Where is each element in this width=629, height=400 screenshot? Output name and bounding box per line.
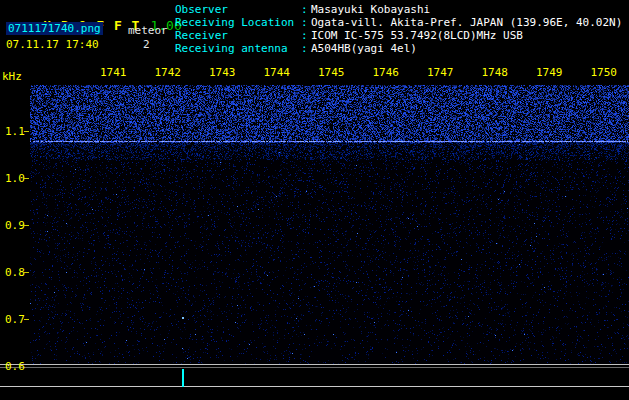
freq-tick-mark (24, 131, 29, 132)
meteor-level-spike (182, 369, 184, 387)
freq-tick-mark (24, 225, 29, 226)
meteor-count-label: meteor (128, 24, 168, 37)
info-row-location: Receiving Location:Ogata-vill. Akita-Pre… (175, 17, 622, 30)
time-tick-label: 1742 (155, 66, 182, 79)
freq-tick-label: 0.8 (5, 266, 25, 279)
time-tick-label: 1743 (209, 66, 236, 79)
signal-level-strip (0, 364, 629, 400)
freq-tick-label: 0.9 (5, 219, 25, 232)
info-value: ICOM IC-575 53.7492(8LCD)MHz USB (311, 30, 523, 43)
info-row-observer: Observer:Masayuki Kobayashi (175, 4, 622, 17)
spectrogram-canvas (30, 85, 629, 364)
time-axis: 1741 1742 1743 1744 1745 1746 1747 1748 … (100, 66, 617, 79)
freq-tick-label: 0.6 (5, 360, 25, 373)
freq-tick-label: 0.7 (5, 313, 25, 326)
info-label: Observer (175, 4, 301, 17)
info-label: Receiving antenna (175, 43, 301, 56)
freq-tick-mark (24, 272, 29, 273)
info-label: Receiving Location (175, 17, 301, 30)
info-label: Receiver (175, 30, 301, 43)
output-filename: 0711171740.png (6, 22, 103, 35)
level-threshold-line-2 (0, 367, 629, 368)
info-row-antenna: Receiving antenna:A504HB(yagi 4el) (175, 43, 622, 56)
info-value: Masayuki Kobayashi (311, 4, 430, 17)
meteor-count-value: 2 (143, 38, 150, 51)
level-threshold-line (0, 364, 629, 365)
time-tick-label: 1744 (264, 66, 291, 79)
freq-tick-label: 1.0 (5, 172, 25, 185)
time-tick-label: 1746 (373, 66, 400, 79)
observation-datetime: 07.11.17 17:40 (6, 38, 99, 51)
freq-tick-label: 1.1 (5, 125, 25, 138)
time-tick-label: 1749 (536, 66, 563, 79)
time-tick-label: 1750 (591, 66, 618, 79)
freq-tick-mark (24, 178, 29, 179)
time-tick-label: 1748 (482, 66, 509, 79)
info-colon: : (301, 17, 311, 30)
time-tick-label: 1741 (100, 66, 127, 79)
info-value: Ogata-vill. Akita-Pref. JAPAN (139.96E, … (311, 17, 622, 30)
info-row-receiver: Receiver:ICOM IC-575 53.7492(8LCD)MHz US… (175, 30, 622, 43)
info-colon: : (301, 30, 311, 43)
hrofft-window: H R O F F T1.00 0711171740.png meteor 2 … (0, 0, 629, 400)
info-colon: : (301, 4, 311, 17)
time-tick-label: 1745 (318, 66, 345, 79)
info-colon: : (301, 43, 311, 56)
level-baseline (0, 386, 629, 387)
freq-tick-mark (24, 319, 29, 320)
freq-axis-unit: kHz (2, 70, 22, 83)
time-tick-label: 1747 (427, 66, 454, 79)
station-info: Observer:Masayuki Kobayashi Receiving Lo… (175, 4, 622, 56)
info-value: A504HB(yagi 4el) (311, 43, 417, 56)
